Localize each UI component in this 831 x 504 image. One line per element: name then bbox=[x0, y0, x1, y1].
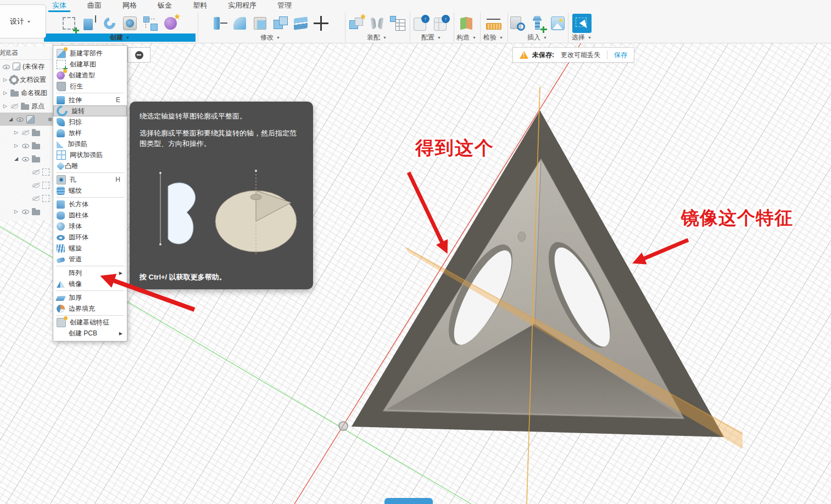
tab-solid[interactable]: 实体 bbox=[48, 0, 70, 12]
browser-row-folder[interactable]: ▷ bbox=[0, 126, 54, 139]
visibility-eye-icon[interactable] bbox=[2, 63, 10, 70]
hole-button[interactable] bbox=[120, 14, 140, 33]
new-component-button[interactable] bbox=[347, 14, 366, 33]
visibility-eye-icon[interactable] bbox=[32, 181, 40, 189]
menu-item-revolve[interactable]: 旋转 bbox=[53, 105, 127, 116]
menu-item-emboss[interactable]: 凸雕 bbox=[53, 160, 127, 171]
menu-item-derive[interactable]: 衍生 bbox=[53, 81, 127, 92]
menu-item-loft[interactable]: 放样 bbox=[53, 127, 127, 138]
browser-row-sketch[interactable] bbox=[0, 178, 54, 192]
menu-separator bbox=[56, 266, 124, 266]
expand-arrow-icon[interactable]: ▷ bbox=[2, 77, 8, 82]
menu-item-cylinder[interactable]: 圆柱体 bbox=[53, 210, 127, 221]
origin-point[interactable] bbox=[339, 422, 348, 430]
construction-plane-button[interactable] bbox=[457, 14, 476, 33]
shell-button[interactable] bbox=[250, 14, 270, 33]
menu-item-pipe[interactable]: 管道 bbox=[53, 254, 127, 265]
split-body-button[interactable] bbox=[291, 14, 310, 33]
save-button[interactable]: 保存 bbox=[614, 51, 627, 60]
browser-row-folder[interactable]: ▷ bbox=[0, 139, 54, 152]
visibility-eye-icon[interactable] bbox=[21, 142, 30, 149]
expand-arrow-icon[interactable]: ▷ bbox=[13, 143, 19, 148]
select-panel-dropdown[interactable]: 选择 ▼ bbox=[568, 33, 595, 42]
assemble-panel-dropdown[interactable]: 装配 ▼ bbox=[345, 33, 408, 42]
browser-row-gear[interactable]: ▷文档设置 bbox=[0, 73, 54, 86]
configuration-table-button[interactable] bbox=[432, 14, 451, 33]
tab-manage[interactable]: 管理 bbox=[274, 0, 295, 12]
inspect-panel-dropdown[interactable]: 检验 ▼ bbox=[481, 33, 506, 42]
menu-item-new-component[interactable]: 新建零部件 bbox=[53, 48, 127, 59]
joint-button[interactable] bbox=[367, 14, 387, 33]
create-form-button[interactable] bbox=[161, 14, 180, 33]
measure-button[interactable] bbox=[484, 14, 503, 33]
combine-button[interactable] bbox=[271, 14, 290, 33]
menu-item-plain[interactable]: 创建 PCB▶ bbox=[53, 328, 127, 339]
canvas-button[interactable] bbox=[548, 14, 567, 33]
tab-utilities[interactable]: 实用程序 bbox=[224, 0, 260, 12]
browser-row-folder[interactable]: ▷命名视图 bbox=[0, 86, 54, 99]
visibility-eye-icon[interactable] bbox=[10, 102, 19, 110]
menu-item-box[interactable]: 长方体 bbox=[53, 199, 127, 210]
construct-panel-dropdown[interactable]: 构造 ▼ bbox=[454, 33, 478, 42]
menu-item-extrude[interactable]: 拉伸E bbox=[53, 94, 127, 105]
configuration-button[interactable] bbox=[411, 14, 431, 33]
menu-item-thicken[interactable]: 加厚 bbox=[53, 292, 127, 303]
expand-arrow-icon[interactable]: ▷ bbox=[2, 103, 8, 109]
insert-derive-button[interactable] bbox=[507, 14, 527, 33]
create-panel-dropdown[interactable]: 创建 ▼ bbox=[44, 33, 196, 42]
create-sketch-button[interactable] bbox=[59, 14, 79, 33]
fillet-button[interactable] bbox=[230, 14, 249, 33]
menu-item-rib[interactable]: 加强筋 bbox=[53, 138, 127, 149]
pattern-button[interactable] bbox=[141, 14, 160, 33]
menu-item-base-feature[interactable]: 创建基础特征 bbox=[53, 317, 127, 328]
browser-row-doc[interactable]: (未保存 bbox=[0, 60, 54, 73]
collapse-arrow-icon[interactable]: ◢ bbox=[13, 156, 19, 161]
tab-mesh[interactable]: 网格 bbox=[119, 0, 141, 12]
menu-item-create-sketch[interactable]: 创建草图 bbox=[53, 59, 127, 70]
menu-item-torus[interactable]: 圆环体 bbox=[53, 232, 127, 243]
menu-item-coil[interactable]: 螺旋 bbox=[53, 243, 127, 254]
browser-row-sketch[interactable] bbox=[0, 192, 54, 205]
menu-item-sweep[interactable]: 扫掠 bbox=[53, 116, 127, 127]
insert-fastener-button[interactable] bbox=[528, 14, 547, 33]
expand-arrow-icon[interactable]: ▷ bbox=[13, 130, 19, 135]
menu-item-create-form[interactable]: 创建造型 bbox=[53, 70, 127, 81]
expand-arrow-icon[interactable]: ▷ bbox=[2, 90, 8, 96]
browser-row-component[interactable]: ◢≡ bbox=[0, 113, 54, 126]
visibility-eye-icon[interactable] bbox=[21, 128, 30, 136]
modify-panel-dropdown[interactable]: 修改 ▼ bbox=[198, 33, 342, 42]
browser-row-folder[interactable]: ◢ bbox=[0, 152, 54, 165]
menu-item-mirror[interactable]: 镜像 bbox=[53, 278, 127, 289]
browser-row-sketch[interactable] bbox=[0, 165, 54, 178]
extrude-button[interactable] bbox=[80, 14, 99, 33]
visibility-eye-icon[interactable] bbox=[32, 168, 40, 176]
visibility-eye-icon[interactable] bbox=[16, 115, 24, 123]
tab-sheetmetal[interactable]: 钣金 bbox=[154, 0, 176, 12]
revolve-button[interactable] bbox=[100, 14, 119, 33]
design-workspace-dropdown[interactable]: 设计 ▼ bbox=[0, 4, 46, 38]
insert-panel-dropdown[interactable]: 插入 ▼ bbox=[508, 33, 566, 42]
move-copy-button[interactable] bbox=[311, 14, 331, 33]
menu-item-label: 创建造型 bbox=[69, 71, 95, 80]
configure-panel-dropdown[interactable]: 配置 ▼ bbox=[410, 33, 452, 42]
browser-row-folder[interactable]: ▷原点 bbox=[0, 99, 54, 113]
collapse-arrow-icon[interactable]: ◢ bbox=[8, 116, 14, 122]
menu-item-sphere[interactable]: 球体 bbox=[53, 221, 127, 232]
menu-item-web[interactable]: 网状加强筋 bbox=[53, 149, 127, 160]
visibility-eye-icon[interactable] bbox=[32, 194, 40, 202]
tab-surface[interactable]: 曲面 bbox=[83, 0, 105, 12]
expand-arrow-icon[interactable]: ▷ bbox=[13, 209, 19, 214]
menu-item-hole[interactable]: 孔H bbox=[53, 174, 127, 185]
browser-collapse-button[interactable] bbox=[127, 47, 150, 63]
tab-plastic[interactable]: 塑料 bbox=[189, 0, 211, 12]
menu-item-plain[interactable]: 阵列▶ bbox=[53, 267, 127, 278]
press-pull-button[interactable] bbox=[210, 14, 229, 33]
bom-table-button[interactable] bbox=[388, 14, 407, 33]
menu-item-boundary-fill[interactable]: 边界填充 bbox=[53, 303, 127, 314]
browser-row-folder[interactable]: ▷ bbox=[0, 205, 54, 218]
select-button[interactable] bbox=[572, 14, 592, 33]
menu-item-thread[interactable]: 螺纹 bbox=[53, 185, 127, 196]
nav-bar-sliver[interactable] bbox=[384, 498, 433, 504]
visibility-eye-icon[interactable] bbox=[21, 155, 30, 163]
visibility-eye-icon[interactable] bbox=[21, 208, 30, 215]
